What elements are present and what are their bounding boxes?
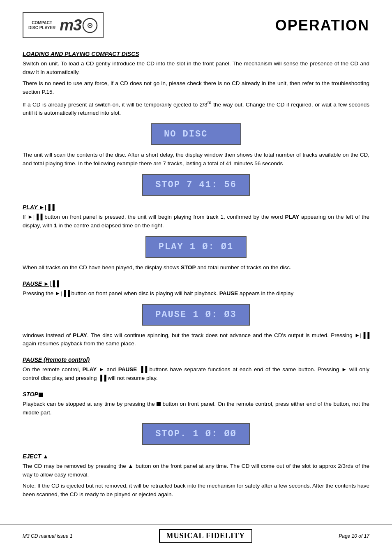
display-stop-container: STOP 7 41: 56 <box>23 174 369 196</box>
display-play-container: PLAY 1 Ø: Ø1 <box>23 236 369 258</box>
section-pause-remote: PAUSE (Remote control) On the remote con… <box>23 356 369 383</box>
display-pause-container: PAUSE 1 Ø: Ø3 <box>23 304 369 326</box>
svg-point-2 <box>89 25 91 26</box>
display-stop2-container: STOP. 1 Ø: ØØ <box>23 423 369 445</box>
display-nodisc-text: NO DISC <box>164 129 208 139</box>
section-play: PLAY ►|▐▐ If ►|▐▐ button on front panel … <box>23 204 369 272</box>
section-loading-heading: LOADING AND PLAYING COMPACT DISCS <box>23 51 369 57</box>
loading-para1: Switch on unit. To load a CD gently intr… <box>23 60 369 77</box>
stop-para1: Playback can be stopped at any time by p… <box>23 400 369 417</box>
footer: M3 CD manual issue 1 MUSICAL FIDELITY Pa… <box>0 525 392 547</box>
eject-para2: Note: If the CD is ejected but not remov… <box>23 482 369 499</box>
footer-right: Page 10 of 17 <box>339 533 369 539</box>
display-stop-initial: STOP 7 41: 56 <box>142 174 250 196</box>
loading-para3: If a CD is already present at switch-on,… <box>23 99 369 118</box>
loading-para4: The unit will scan the contents of the d… <box>23 151 369 168</box>
display-stop-text: STOP 7 41: 56 <box>155 180 237 190</box>
eject-para1: The CD may be removed by pressing the ▲ … <box>23 462 369 479</box>
display-stop2-text: STOP. 1 Ø: ØØ <box>155 429 237 439</box>
section-play-heading: PLAY ►|▐▐ <box>23 204 369 210</box>
display-play-text: PLAY 1 Ø: Ø1 <box>159 242 233 252</box>
pause-para1: Pressing the ►|▐▐ button on front panel … <box>23 289 369 298</box>
footer-center: MUSICAL FIDELITY <box>159 529 253 543</box>
section-stop: STOP Playback can be stopped at any time… <box>23 391 369 445</box>
display-stop2: STOP. 1 Ø: ØØ <box>142 423 250 445</box>
section-pause-heading: PAUSE ►|▐▐ <box>23 280 369 287</box>
display-play: PLAY 1 Ø: Ø1 <box>145 236 247 258</box>
section-stop-heading: STOP <box>23 391 369 398</box>
section-pause: PAUSE ►|▐▐ Pressing the ►|▐▐ button on f… <box>23 280 369 349</box>
footer-left: M3 CD manual issue 1 <box>23 533 72 539</box>
pause-para2: windows instead of PLAY. The disc will c… <box>23 331 369 349</box>
section-pause-remote-heading: PAUSE (Remote control) <box>23 356 369 363</box>
header-logo-box: COMPACT DISC PLAYER m3 <box>23 12 104 38</box>
header: COMPACT DISC PLAYER m3 OPERATION <box>23 12 369 38</box>
brand-text: COMPACT DISC PLAYER <box>28 21 55 30</box>
loading-para2: There is no need to use any force, if a … <box>23 79 369 97</box>
section-eject: EJECT ▲ The CD may be removed by pressin… <box>23 453 369 499</box>
section-loading: LOADING AND PLAYING COMPACT DISCS Switch… <box>23 51 369 196</box>
cd-icon <box>82 18 98 33</box>
pause-remote-para: On the remote control, PLAY ► and PAUSE … <box>23 365 369 383</box>
display-pause-text: PAUSE 1 Ø: Ø3 <box>155 310 237 320</box>
display-nodisc: NO DISC <box>151 123 241 145</box>
play-para2: When all tracks on the CD have been play… <box>23 264 369 272</box>
m3-logo: m3 <box>60 16 81 34</box>
display-pause: PAUSE 1 Ø: Ø3 <box>142 304 250 326</box>
page-title: OPERATION <box>275 17 369 34</box>
page: COMPACT DISC PLAYER m3 OPERATION LOADING… <box>0 0 392 555</box>
section-eject-heading: EJECT ▲ <box>23 453 369 460</box>
display-nodisc-container: NO DISC <box>23 123 369 145</box>
play-para1: If ►|▐▐ button on front panel is pressed… <box>23 213 369 230</box>
